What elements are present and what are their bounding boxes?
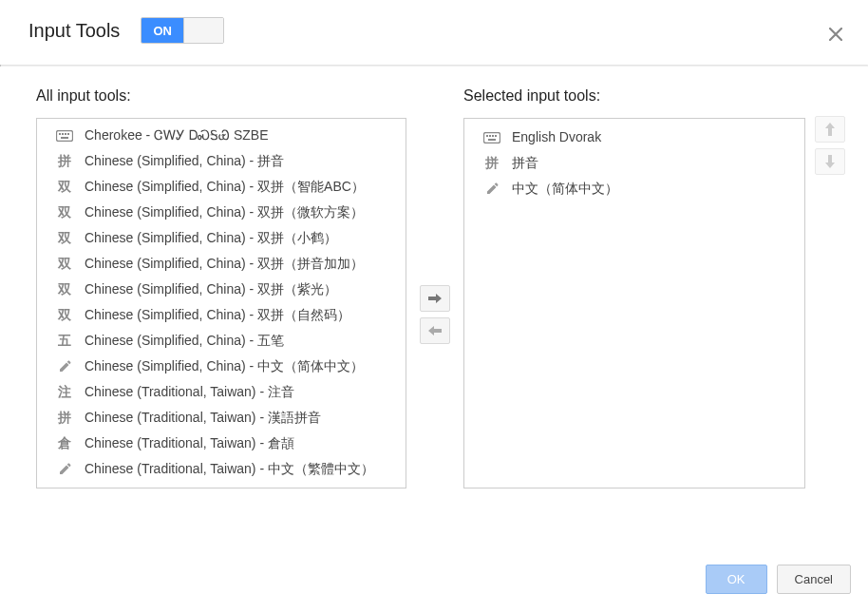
dialog-footer: OK Cancel	[0, 551, 868, 613]
list-item[interactable]: Cherokee - ᏣᎳᎩ ᎠᏍᎦᏯ SZBE	[37, 123, 406, 148]
list-item[interactable]: Chinese (Traditional, Taiwan) - 中文（繁體中文）	[37, 456, 406, 482]
ok-button[interactable]: OK	[706, 565, 767, 594]
move-buttons-column	[406, 87, 463, 542]
list-item[interactable]: 双Chinese (Simplified, China) - 双拼（拼音加加）	[37, 251, 406, 277]
keyboard-icon	[54, 127, 75, 144]
all-tools-list[interactable]: Cherokee - ᏣᎳᎩ ᎠᏍᎦᏯ SZBE拼Chinese (Simpli…	[36, 118, 406, 488]
all-tools-column: All input tools: Cherokee - ᏣᎳᎩ ᎠᏍᎦᏯ SZB…	[36, 87, 406, 542]
list-item-label: Chinese (Simplified, China) - 双拼（小鹤）	[85, 228, 337, 248]
enable-toggle[interactable]: ON	[141, 17, 224, 44]
list-item[interactable]: English Dvorak	[464, 125, 804, 150]
svg-rect-10	[495, 135, 497, 137]
list-item-label: Chinese (Simplified, China) - 五笔	[85, 331, 284, 351]
list-item[interactable]: 注Chinese (Traditional, Taiwan) - 注音	[37, 379, 406, 405]
list-item-label: English Dvorak	[512, 127, 601, 147]
arrow-up-icon	[824, 123, 836, 136]
shuang-icon: 双	[54, 256, 75, 273]
list-item[interactable]: 双Chinese (Simplified, China) - 双拼（智能ABC）	[37, 174, 406, 200]
svg-rect-5	[61, 137, 68, 139]
list-item[interactable]: 中文（简体中文）	[464, 176, 804, 201]
list-item-label: Chinese (Traditional, Taiwan) - 漢語拼音	[85, 408, 321, 428]
selected-tools-title: Selected input tools:	[463, 87, 805, 105]
shuang-icon: 双	[54, 281, 75, 298]
list-item[interactable]: 双Chinese (Simplified, China) - 双拼（自然码）	[37, 302, 406, 328]
shuang-icon: 双	[54, 307, 75, 324]
list-item-label: Chinese (Simplified, China) - 双拼（智能ABC）	[85, 177, 365, 197]
list-item-label: Chinese (Simplified, China) - 双拼（拼音加加）	[85, 254, 364, 274]
toggle-on-label: ON	[142, 18, 183, 43]
close-button[interactable]	[828, 27, 843, 42]
shuang-icon: 双	[54, 230, 75, 247]
selected-tools-list[interactable]: English Dvorak拼拼音中文（简体中文）	[463, 118, 805, 488]
pencil-icon	[54, 358, 75, 375]
list-item-label: Chinese (Traditional, Taiwan) - 中文（繁體中文）	[85, 459, 374, 479]
list-item[interactable]: 双Chinese (Simplified, China) - 双拼（紫光）	[37, 277, 406, 302]
dialog-body: All input tools: Cherokee - ᏣᎳᎩ ᎠᏍᎦᏯ SZB…	[0, 67, 868, 551]
list-item[interactable]: 拼拼音	[464, 150, 804, 176]
svg-rect-0	[57, 130, 73, 141]
arrow-right-icon	[428, 293, 442, 304]
list-item-label: Chinese (Simplified, China) - 中文（简体中文）	[85, 356, 364, 376]
pin-icon: 拼	[54, 153, 75, 170]
shuang-icon: 双	[54, 204, 75, 221]
toggle-off-segment	[183, 18, 223, 43]
svg-rect-3	[65, 133, 66, 135]
svg-rect-4	[67, 133, 69, 135]
move-up-button[interactable]	[815, 116, 845, 143]
input-tools-dialog: Input Tools ON All input tools: Cherokee…	[0, 0, 868, 613]
pin-icon: 拼	[481, 155, 502, 172]
selected-tools-column: Selected input tools: English Dvorak拼拼音中…	[463, 87, 805, 542]
list-item-label: 中文（简体中文）	[512, 179, 618, 199]
list-item-label: 拼音	[512, 153, 538, 173]
svg-rect-1	[59, 133, 61, 135]
list-item-label: Cherokee - ᏣᎳᎩ ᎠᏍᎦᏯ SZBE	[85, 125, 269, 145]
list-item-label: Chinese (Traditional, Taiwan) - 倉頡	[85, 433, 294, 453]
list-item-label: Chinese (Simplified, China) - 双拼（自然码）	[85, 305, 350, 325]
svg-rect-8	[489, 135, 491, 137]
move-down-button[interactable]	[815, 148, 845, 175]
svg-rect-2	[62, 133, 64, 135]
cang-icon: 倉	[54, 435, 75, 452]
move-left-button[interactable]	[420, 317, 450, 344]
list-item[interactable]: 双Chinese (Simplified, China) - 双拼（微软方案）	[37, 200, 406, 225]
close-icon	[829, 28, 842, 41]
list-item[interactable]: 拼Chinese (Traditional, Taiwan) - 漢語拼音	[37, 405, 406, 431]
pencil-icon	[54, 461, 75, 478]
list-item[interactable]: 五Chinese (Simplified, China) - 五笔	[37, 328, 406, 354]
svg-rect-6	[484, 132, 500, 143]
dialog-header: Input Tools ON	[0, 0, 868, 65]
list-item[interactable]: Chinese (Simplified, China) - 中文（简体中文）	[37, 354, 406, 379]
move-right-button[interactable]	[420, 285, 450, 312]
list-item[interactable]: 拼Chinese (Simplified, China) - 拼音	[37, 148, 406, 174]
dialog-title: Input Tools	[28, 20, 120, 42]
cancel-button[interactable]: Cancel	[777, 565, 851, 594]
pin-icon: 拼	[54, 410, 75, 427]
list-item-label: Chinese (Simplified, China) - 双拼（微软方案）	[85, 202, 364, 222]
list-item[interactable]: 双Chinese (Simplified, China) - 双拼（小鹤）	[37, 225, 406, 251]
pencil-icon	[481, 181, 502, 198]
wu-icon: 五	[54, 333, 75, 350]
keyboard-icon	[481, 129, 502, 146]
all-tools-title: All input tools:	[36, 87, 406, 105]
zhu-icon: 注	[54, 384, 75, 401]
svg-rect-9	[492, 135, 494, 137]
svg-rect-7	[486, 135, 488, 137]
svg-rect-11	[488, 139, 496, 141]
shuang-icon: 双	[54, 179, 75, 196]
list-item-label: Chinese (Traditional, Taiwan) - 注音	[85, 382, 294, 402]
arrow-left-icon	[428, 325, 442, 336]
list-item-label: Chinese (Simplified, China) - 双拼（紫光）	[85, 279, 337, 299]
list-item-label: Chinese (Simplified, China) - 拼音	[85, 151, 284, 171]
arrow-down-icon	[824, 155, 836, 168]
list-item[interactable]: 倉Chinese (Traditional, Taiwan) - 倉頡	[37, 431, 406, 456]
reorder-buttons-column	[811, 87, 849, 542]
